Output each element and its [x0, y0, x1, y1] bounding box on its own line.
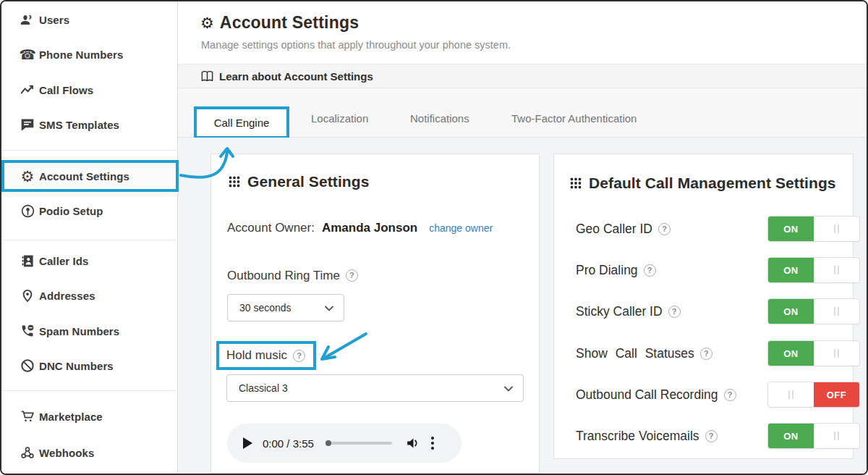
sidebar-item-label: Spam Numbers: [39, 325, 119, 337]
call-management-card: Default Call Management Settings Geo Cal…: [553, 154, 854, 459]
setting-label: Sticky Caller ID: [576, 304, 663, 319]
toggle-state: ON: [783, 306, 799, 317]
toggle-grip-icon: [834, 349, 839, 358]
sidebar-item-users[interactable]: Users: [1, 2, 178, 37]
help-icon[interactable]: ?: [705, 430, 718, 442]
sidebar-item-sms-templates[interactable]: SMS Templates: [1, 107, 178, 142]
outbound-call-recording-toggle[interactable]: OFF: [767, 382, 860, 408]
hold-music-select[interactable]: Classical 3: [226, 374, 524, 402]
toggle-state: ON: [783, 224, 799, 235]
toggle-grip-icon: [834, 224, 839, 233]
book-icon: [200, 70, 214, 83]
sidebar-item-webhooks[interactable]: Webhooks: [1, 435, 178, 470]
toggle-grip-icon: [788, 390, 793, 399]
sticky-caller-id-toggle[interactable]: ON: [767, 298, 860, 324]
sidebar-item-addresses[interactable]: Addresses: [1, 278, 178, 313]
cart-icon: [19, 408, 36, 425]
tab-label: Call Engine: [214, 117, 270, 129]
setting-label: Transcribe Voicemails: [576, 429, 699, 444]
sidebar-item-spam-numbers[interactable]: Spam Numbers: [1, 314, 178, 348]
tab-notifications[interactable]: Notifications: [410, 112, 469, 125]
phone-spam-icon: [19, 322, 36, 340]
sidebar-item-account-settings[interactable]: ⚙ Account Settings: [1, 159, 178, 193]
geo-caller-id-toggle[interactable]: ON: [767, 216, 860, 242]
sidebar-item-label: Marketplace: [39, 411, 103, 423]
help-icon[interactable]: ?: [668, 306, 681, 318]
sidebar-item-phone-numbers[interactable]: ☎ Phone Numbers: [1, 37, 178, 72]
toggle-state: ON: [783, 348, 799, 359]
gear-icon: ⚙: [19, 167, 36, 185]
sidebar-divider: [1, 390, 178, 391]
page-header: ⚙ Account Settings Manage settings optio…: [178, 1, 867, 64]
toggle-grip-icon: [834, 266, 839, 274]
help-icon[interactable]: ?: [658, 223, 671, 235]
tab-call-engine[interactable]: Call Engine: [194, 106, 289, 139]
outbound-ring-time-select[interactable]: 30 seconds: [227, 294, 344, 321]
sidebar-item-label: DNC Numbers: [39, 360, 114, 372]
sidebar-item-podio-setup[interactable]: Podio Setup: [1, 193, 178, 228]
setting-label: Geo Caller ID: [576, 222, 652, 237]
page-title: Account Settings: [220, 13, 359, 33]
setting-row-pro-dialing: Pro Dialing? ON: [576, 257, 836, 283]
setting-row-transcribe-voicemails: Transcribe Voicemails? ON: [576, 423, 836, 449]
setting-row-sticky-caller-id: Sticky Caller ID? ON: [576, 298, 836, 324]
general-settings-card: General Settings Account Owner: Amanda J…: [210, 154, 540, 474]
contact-book-icon: [19, 252, 36, 269]
sidebar-item-caller-ids[interactable]: Caller Ids: [1, 243, 178, 278]
tab-localization[interactable]: Localization: [311, 112, 368, 125]
phone-icon: ☎: [19, 46, 36, 63]
outbound-ring-time-label-row: Outbound Ring Time?: [227, 269, 358, 283]
toggle-state: ON: [783, 431, 799, 442]
sidebar-item-call-flows[interactable]: Call Flows: [1, 72, 178, 107]
audio-seek-bar[interactable]: [326, 442, 392, 445]
sidebar-item-marketplace[interactable]: Marketplace: [1, 399, 178, 434]
help-icon[interactable]: ?: [293, 350, 305, 362]
toggle-grip-icon: [834, 307, 839, 316]
annotation-box-hold-music: Hold music?: [216, 341, 316, 370]
podio-icon: [19, 202, 36, 219]
setting-label: Outbound Call Recording: [576, 387, 718, 403]
ban-icon: [19, 357, 36, 374]
change-owner-link[interactable]: change owner: [429, 222, 493, 234]
help-icon[interactable]: ?: [700, 348, 712, 360]
volume-icon[interactable]: [405, 435, 421, 451]
play-icon[interactable]: [243, 437, 252, 449]
sidebar-item-dnc-numbers[interactable]: DNC Numbers: [1, 348, 178, 383]
setting-row-outbound-call-recording: Outbound Call Recording? OFF: [576, 382, 836, 408]
call-flows-icon: [19, 81, 36, 98]
help-icon[interactable]: ?: [644, 264, 656, 277]
sidebar-item-label: Caller Ids: [39, 255, 89, 267]
app-window: Users ☎ Phone Numbers Call Flows SMS Tem…: [0, 0, 868, 475]
transcribe-voicemails-toggle[interactable]: ON: [767, 423, 860, 449]
help-icon[interactable]: ?: [724, 389, 736, 401]
account-owner-row: Account Owner: Amanda Jonson change owne…: [227, 221, 493, 235]
setting-label: Pro Dialing: [576, 263, 638, 278]
toggle-grip-icon: [834, 432, 839, 440]
page-subtitle: Manage settings options that apply throu…: [201, 39, 511, 51]
chevron-down-icon: [325, 302, 333, 314]
outbound-ring-time-value: 30 seconds: [239, 302, 292, 314]
grid-icon: [570, 177, 582, 189]
webhook-icon: [19, 444, 36, 461]
grid-icon: [229, 176, 240, 188]
help-icon[interactable]: ?: [346, 269, 358, 282]
sidebar-item-label: Users: [39, 14, 69, 26]
gear-icon: ⚙: [200, 15, 214, 30]
pro-dialing-toggle[interactable]: ON: [767, 257, 860, 283]
hold-music-value: Classical 3: [239, 382, 288, 394]
show-call-statuses-toggle[interactable]: ON: [767, 340, 860, 366]
audio-player: 0:00 / 3:55: [227, 424, 461, 463]
account-owner-name: Amanda Jonson: [322, 221, 417, 235]
sidebar-item-label: Addresses: [39, 290, 95, 302]
sms-templates-icon: [19, 116, 36, 133]
learn-about-link[interactable]: Learn about Account Settings: [178, 64, 867, 88]
outbound-ring-time-label: Outbound Ring Time: [227, 269, 340, 282]
tab-two-factor-authentication[interactable]: Two-Factor Authentication: [511, 112, 637, 125]
setting-label: Show Call Statuses: [576, 346, 694, 361]
account-owner-label: Account Owner:: [227, 221, 315, 235]
card-title: Default Call Management Settings: [589, 175, 836, 192]
sidebar-divider: [1, 150, 178, 151]
kebab-menu-icon[interactable]: [431, 437, 434, 450]
sidebar-item-label: Podio Setup: [39, 205, 103, 217]
sidebar-item-label: Phone Numbers: [39, 49, 123, 61]
